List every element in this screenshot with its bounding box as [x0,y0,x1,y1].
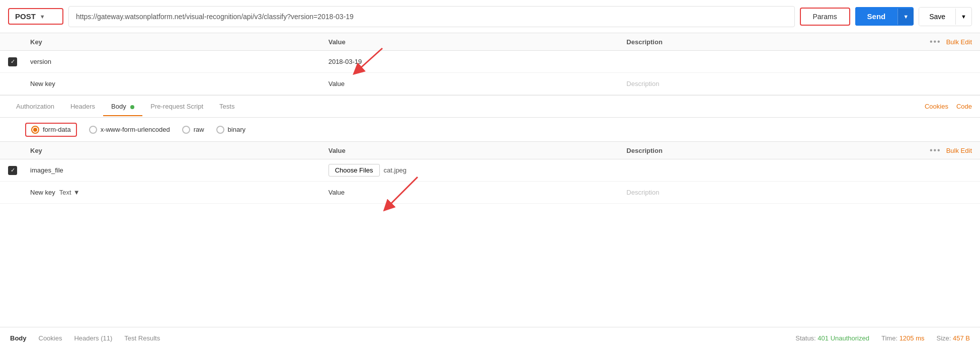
size-label: Size: 457 B [937,334,970,342]
params-table-header: Key Value Description ••• Bulk Edit [0,33,980,51]
method-select[interactable]: POST ▼ [8,8,63,25]
params-desc-header: Description [621,38,920,46]
type-dropdown[interactable]: Text ▼ [59,189,80,196]
params-row-checkbox-version[interactable]: ✓ [8,57,17,66]
statusbar-tab-body[interactable]: Body [10,334,27,342]
status-right: Status: 401 Unauthorized Time: 1205 ms S… [795,334,970,342]
file-name-display: cat.jpeg [384,166,407,174]
body-row-desc-images [621,166,920,175]
body-section: Key Value Description ••• Bulk Edit ✓ im… [0,142,980,204]
body-row-value-images: Choose Files cat.jpeg [323,160,622,181]
body-row-checkbox-images[interactable]: ✓ [8,166,17,175]
body-new-key-input[interactable]: New key Text ▼ [25,185,323,200]
time-value: 1205 ms [900,334,925,342]
save-group: Save ▼ [919,7,972,26]
params-new-key-input[interactable]: New key [25,76,323,92]
params-row-desc-version [621,58,920,66]
form-data-option[interactable]: form-data [25,123,77,137]
raw-option[interactable]: raw [182,126,204,134]
params-key-header: Key [25,38,323,46]
cookies-link[interactable]: Cookies [925,103,948,110]
status-label: Status: 401 Unauthorized [795,334,869,342]
save-button[interactable]: Save [919,8,955,26]
statusbar-tab-headers[interactable]: Headers (11) [74,334,112,342]
params-row-new: New key Value Description [0,73,980,95]
save-dropdown-button[interactable]: ▼ [955,9,971,25]
params-new-value-input[interactable]: Value [323,76,622,92]
tabs-right-actions: Cookies Code [925,103,972,110]
type-dropdown-label: Text [59,189,71,196]
form-data-label: form-data [43,126,71,133]
body-row-new: New key Text ▼ Value Description [0,182,980,204]
code-link[interactable]: Code [956,103,972,110]
time-label: Time: 1205 ms [881,334,925,342]
body-type-bar: form-data x-www-form-urlencoded raw bina… [0,118,980,142]
body-bulk-edit[interactable]: Bulk Edit [946,147,972,154]
body-key-header: Key [25,147,323,154]
status-bar: Body Cookies Headers (11) Test Results S… [0,327,980,349]
tab-authorization[interactable]: Authorization [8,97,62,116]
tab-tests[interactable]: Tests [211,97,242,116]
statusbar-tab-testresults[interactable]: Test Results [124,334,160,342]
body-desc-header: Description [621,147,920,154]
tabs-bar: Authorization Headers Body Pre-request S… [0,96,980,118]
top-bar: POST ▼ https://gateway.watsonplatform.ne… [0,0,980,33]
url-input[interactable]: https://gateway.watsonplatform.net/visua… [68,6,795,27]
size-value: 457 B [953,334,970,342]
status-bar-tabs: Body Cookies Headers (11) Test Results [10,334,160,342]
params-button[interactable]: Params [800,8,850,26]
params-row-version: ✓ version 2018-03-19 [0,51,980,73]
form-data-radio[interactable] [31,126,39,134]
binary-option[interactable]: binary [216,126,246,134]
params-more-icon[interactable]: ••• [930,37,941,46]
binary-label: binary [228,126,246,133]
method-label: POST [15,12,36,21]
tab-prerequest[interactable]: Pre-request Script [142,97,211,116]
params-new-desc-input: Description [621,76,920,92]
body-new-value-input[interactable]: Value [323,185,622,200]
body-new-desc-input: Description [621,185,920,200]
raw-label: raw [194,126,204,133]
x-www-form-urlencoded-option[interactable]: x-www-form-urlencoded [89,126,170,134]
raw-radio[interactable] [182,126,190,134]
send-dropdown-button[interactable]: ▼ [897,9,914,25]
x-www-label: x-www-form-urlencoded [101,126,170,133]
send-group: Send ▼ [855,7,914,26]
tab-headers[interactable]: Headers [62,97,103,116]
x-www-radio[interactable] [89,126,97,134]
tab-body[interactable]: Body [103,97,142,116]
params-row-value-version[interactable]: 2018-03-19 [323,54,622,69]
params-section: Key Value Description ••• Bulk Edit ✓ ve… [0,33,980,96]
send-button[interactable]: Send [855,7,898,26]
body-value-header: Value [323,147,622,154]
body-row-images-file: ✓ images_file Choose Files cat.jpeg [0,159,980,182]
binary-radio[interactable] [216,126,224,134]
body-table-header: Key Value Description ••• Bulk Edit [0,142,980,159]
body-row-key-images[interactable]: images_file [25,162,323,178]
statusbar-tab-cookies[interactable]: Cookies [39,334,62,342]
type-dropdown-chevron-icon: ▼ [73,189,80,196]
params-bulk-edit[interactable]: Bulk Edit [946,38,972,46]
status-value: 401 Unauthorized [818,334,869,342]
choose-files-button[interactable]: Choose Files [329,164,380,177]
params-value-header: Value [323,38,622,46]
body-more-icon[interactable]: ••• [930,146,941,155]
body-dot-indicator [130,105,134,109]
method-chevron-icon: ▼ [40,14,45,20]
params-row-key-version[interactable]: version [25,54,323,69]
